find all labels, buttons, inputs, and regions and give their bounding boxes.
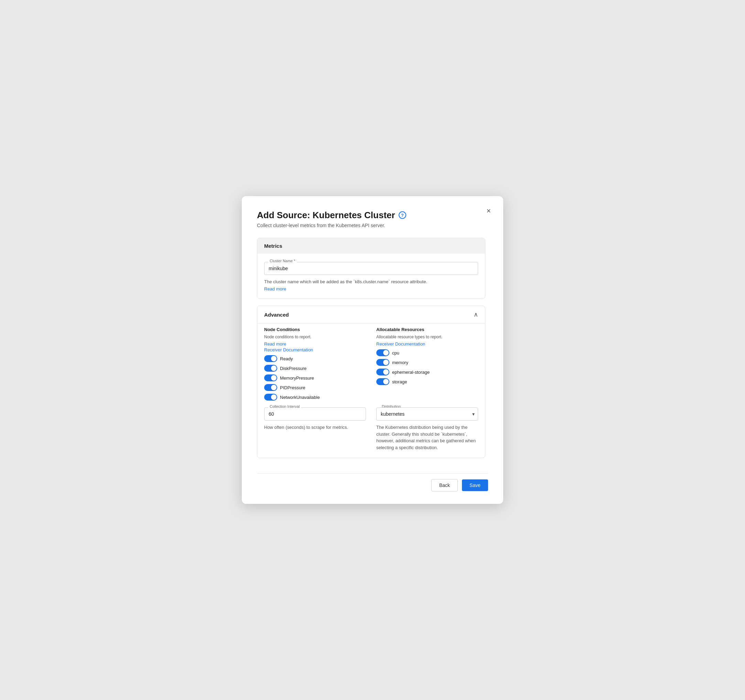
- node-conditions-title: Node Conditions: [264, 327, 366, 332]
- toggle-ephemeral-storage: ephemeral-storage: [376, 369, 478, 375]
- modal-footer: Back Save: [257, 473, 488, 492]
- modal-header: Add Source: Kubernetes Cluster ?: [257, 210, 488, 220]
- node-conditions-desc: Node conditions to report.: [264, 334, 366, 340]
- toggle-pidpressure: PIDPressure: [264, 384, 366, 391]
- toggle-storage-label: storage: [392, 379, 407, 384]
- collection-interval-input[interactable]: [264, 408, 366, 421]
- toggle-cpu-label: cpu: [392, 350, 399, 355]
- cluster-name-input[interactable]: [264, 262, 478, 275]
- toggle-ready: Ready: [264, 355, 366, 362]
- cluster-name-label: Cluster Name *: [268, 259, 297, 263]
- advanced-bottom-row: Collection Interval How often (seconds) …: [264, 408, 478, 451]
- advanced-section: Advanced ∧ Node Conditions Node conditio…: [257, 306, 485, 458]
- collection-interval-description: How often (seconds) to scrape for metric…: [264, 424, 366, 431]
- allocatable-resources-desc: Allocatable resource types to report.: [376, 334, 478, 340]
- distribution-select-wrapper: kubernetes openshift eks gke aks ▾: [376, 408, 478, 421]
- toggle-pidpressure-switch[interactable]: [264, 384, 277, 391]
- advanced-header[interactable]: Advanced ∧: [257, 306, 485, 323]
- back-button[interactable]: Back: [431, 479, 458, 492]
- toggle-ephemeral-storage-label: ephemeral-storage: [392, 370, 429, 375]
- toggle-networkunavailable: NetworkUnavailable: [264, 394, 366, 400]
- cluster-name-group: Cluster Name *: [264, 262, 478, 275]
- toggle-storage: storage: [376, 378, 478, 385]
- distribution-group: Distribution kubernetes openshift eks gk…: [376, 408, 478, 421]
- node-conditions-receiver-doc[interactable]: Receiver Documentation: [264, 347, 366, 352]
- toggle-ephemeral-storage-switch[interactable]: [376, 369, 389, 375]
- toggle-ready-label: Ready: [280, 356, 293, 361]
- node-conditions-col: Node Conditions Node conditions to repor…: [264, 327, 366, 400]
- toggle-diskpressure-switch[interactable]: [264, 365, 277, 372]
- collection-interval-col: Collection Interval How often (seconds) …: [264, 408, 366, 451]
- cluster-name-read-more[interactable]: Read more: [264, 286, 478, 291]
- collapse-icon: ∧: [474, 311, 478, 318]
- toggle-networkunavailable-switch[interactable]: [264, 394, 277, 400]
- advanced-two-col: Node Conditions Node conditions to repor…: [264, 327, 478, 400]
- distribution-col: Distribution kubernetes openshift eks gk…: [376, 408, 478, 451]
- toggle-memory-switch[interactable]: [376, 359, 389, 366]
- scrollable-content: Metrics Cluster Name * The cluster name …: [257, 238, 488, 465]
- close-button[interactable]: ×: [486, 207, 491, 215]
- help-icon[interactable]: ?: [399, 211, 406, 219]
- toggle-memorypressure-switch[interactable]: [264, 375, 277, 381]
- toggle-cpu-switch[interactable]: [376, 349, 389, 356]
- node-conditions-read-more[interactable]: Read more: [264, 342, 366, 346]
- toggle-memory-label: memory: [392, 360, 408, 365]
- toggle-memorypressure: MemoryPressure: [264, 375, 366, 381]
- toggle-pidpressure-label: PIDPressure: [280, 385, 305, 390]
- toggle-memorypressure-label: MemoryPressure: [280, 375, 314, 381]
- advanced-body: Node Conditions Node conditions to repor…: [257, 323, 485, 458]
- page-title: Add Source: Kubernetes Cluster ?: [257, 210, 406, 220]
- collection-interval-group: Collection Interval: [264, 408, 366, 421]
- allocatable-resources-col: Allocatable Resources Allocatable resour…: [376, 327, 478, 400]
- advanced-title: Advanced: [264, 312, 289, 318]
- toggle-diskpressure: DiskPressure: [264, 365, 366, 372]
- toggle-storage-switch[interactable]: [376, 378, 389, 385]
- metrics-section-body: Cluster Name * The cluster name which wi…: [257, 253, 485, 299]
- distribution-description: The Kubernetes distribution being used b…: [376, 424, 478, 451]
- modal-title-text: Add Source: Kubernetes Cluster: [257, 210, 395, 220]
- distribution-select[interactable]: kubernetes openshift eks gke aks: [376, 408, 478, 421]
- save-button[interactable]: Save: [462, 480, 488, 491]
- modal-subtitle: Collect cluster-level metrics from the K…: [257, 223, 488, 228]
- modal: Add Source: Kubernetes Cluster ? × Colle…: [242, 196, 503, 504]
- allocatable-resources-title: Allocatable Resources: [376, 327, 478, 332]
- cluster-name-description: The cluster name which will be added as …: [264, 279, 478, 285]
- collection-interval-label: Collection Interval: [268, 405, 301, 409]
- toggle-memory: memory: [376, 359, 478, 366]
- toggle-cpu: cpu: [376, 349, 478, 356]
- toggle-networkunavailable-label: NetworkUnavailable: [280, 395, 320, 400]
- metrics-section-header: Metrics: [257, 238, 485, 253]
- toggle-ready-switch[interactable]: [264, 355, 277, 362]
- allocatable-receiver-doc[interactable]: Receiver Documentation: [376, 342, 478, 346]
- toggle-diskpressure-label: DiskPressure: [280, 366, 307, 371]
- metrics-section: Metrics Cluster Name * The cluster name …: [257, 238, 485, 299]
